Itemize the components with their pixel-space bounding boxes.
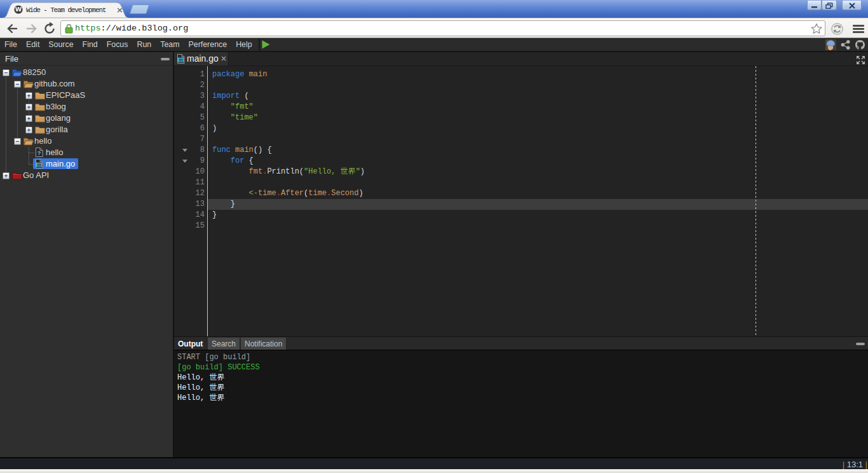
window-restore-button[interactable]: [822, 1, 837, 10]
tree-node-golang[interactable]: golang: [0, 113, 173, 124]
window-bottom-edge: [0, 469, 868, 473]
tree-node-label: github.com: [34, 78, 75, 90]
tree-expand-icon[interactable]: [25, 104, 32, 111]
back-button[interactable]: [6, 22, 20, 36]
editor-column: GO main.go ×: [174, 52, 868, 457]
folder-closed-icon: [35, 102, 45, 111]
bookmark-star-icon[interactable]: [811, 23, 822, 34]
tree-expand-icon[interactable]: [25, 127, 32, 134]
fullscreen-icon[interactable]: [857, 55, 865, 64]
code-line-3: import (: [212, 91, 365, 102]
code-editor[interactable]: 123456789101112131415 package mainimport…: [174, 66, 868, 336]
code-token: }: [212, 210, 217, 219]
tree-node-gorilla[interactable]: gorilla: [0, 124, 173, 135]
code-token: import: [212, 92, 240, 100]
tree-node-go-api[interactable]: Go API: [0, 170, 173, 181]
menu-item-edit[interactable]: Edit: [22, 38, 44, 51]
code-token: After: [281, 189, 304, 198]
tree-node-88250[interactable]: 88250: [0, 67, 173, 78]
code-token: {: [244, 156, 253, 165]
menu-item-help[interactable]: Help: [231, 38, 256, 51]
tree-node-main-go[interactable]: GO main.go: [0, 158, 173, 170]
fold-arrow-icon[interactable]: [182, 149, 187, 152]
editor-tab-close-icon[interactable]: ×: [220, 52, 227, 65]
bottom-panel-minimize-icon[interactable]: [856, 343, 865, 345]
forward-button[interactable]: [24, 22, 38, 36]
tree-node-label: 88250: [23, 67, 46, 78]
menu-item-find[interactable]: Find: [78, 38, 102, 51]
run-button[interactable]: [262, 40, 270, 49]
address-bar[interactable]: https://wide.b3log.org: [60, 20, 825, 36]
screen: W Wide - Team development ×: [0, 0, 868, 473]
tree-node-b3log[interactable]: b3log: [0, 101, 173, 113]
back-icon: [8, 25, 17, 33]
reload-icon: [46, 22, 54, 33]
code-token: "fmt": [231, 102, 254, 111]
new-tab-button[interactable]: [130, 4, 150, 14]
editor-tab-main-go[interactable]: GO main.go ×: [174, 52, 229, 65]
tree-collapse-icon[interactable]: [14, 81, 21, 88]
extension-swirl-icon[interactable]: [831, 23, 843, 35]
bottom-tab-output[interactable]: Output: [174, 338, 207, 350]
code-token: .: [276, 189, 281, 198]
folder-open-icon: [24, 137, 34, 146]
code-token: [212, 167, 249, 176]
menu-separator: [259, 38, 260, 51]
line-number: 6: [174, 123, 205, 134]
url-text[interactable]: https://wide.b3log.org: [75, 23, 188, 34]
bottom-tab-search[interactable]: Search: [208, 338, 240, 350]
menu-item-file[interactable]: File: [0, 38, 22, 51]
code-line-15: [212, 221, 365, 231]
tree-node-hello[interactable]: ? hello: [0, 147, 173, 158]
menu-item-perference[interactable]: Perference: [184, 38, 232, 51]
line-number: 11: [174, 177, 205, 188]
tree-collapse-icon[interactable]: [14, 138, 21, 145]
tree-node-epicpaas[interactable]: EPICPaaS: [0, 90, 173, 101]
code-line-6: ): [212, 123, 365, 134]
folder-closed-red-icon: [12, 171, 22, 180]
tree-collapse-icon[interactable]: [3, 69, 10, 76]
menu-item-source[interactable]: Source: [44, 38, 78, 51]
user-avatar[interactable]: [825, 39, 836, 50]
menu-item-run[interactable]: Run: [132, 38, 156, 51]
folder-closed-icon: [35, 125, 45, 134]
bottom-tab-notification[interactable]: Notification: [241, 338, 287, 350]
line-number: 12: [174, 188, 205, 199]
code-line-12: <-time.After(time.Second): [212, 188, 365, 199]
browser-menu-icon[interactable]: [853, 25, 864, 33]
code-line-2: [212, 80, 365, 91]
svg-text:GO: GO: [178, 58, 183, 62]
tree-expand-icon[interactable]: [25, 115, 32, 122]
file-tree: 88250 github.com EPICPaaS b3log golang g…: [0, 66, 173, 456]
https-lock-icon[interactable]: [65, 24, 73, 34]
code-line-13: }: [212, 199, 365, 210]
menu-item-focus[interactable]: Focus: [102, 38, 133, 51]
code-lines: package mainimport ( "fmt" "time")func m…: [212, 69, 365, 231]
tree-node-label: gorilla: [46, 124, 68, 135]
fold-arrow-icon[interactable]: [182, 160, 187, 163]
gutter-separator: [207, 66, 208, 336]
menu-item-team[interactable]: Team: [156, 38, 184, 51]
share-icon[interactable]: [841, 40, 850, 50]
line-number: 14: [174, 210, 205, 221]
file-panel-minimize-icon[interactable]: [161, 58, 170, 60]
github-icon[interactable]: [855, 40, 865, 50]
browser-tab[interactable]: W Wide - Team development ×: [3, 1, 129, 18]
code-token: main: [235, 146, 254, 154]
window-close-button[interactable]: [842, 1, 862, 10]
tree-expand-icon[interactable]: [25, 92, 32, 99]
print-margin-ruler: [756, 66, 756, 336]
code-token: <-: [249, 189, 258, 198]
ide-menubar: FileEditSourceFindFocusRunTeamPerference…: [0, 38, 868, 52]
code-token: ): [358, 189, 363, 198]
tree-node-github-com[interactable]: github.com: [0, 78, 173, 90]
file-panel: File 88250 github.com EPICPaaS b3log gol…: [0, 52, 173, 457]
code-line-14: }: [212, 210, 365, 221]
output-line: Hello, 世界: [177, 373, 868, 383]
window-minimize-button[interactable]: [807, 1, 822, 10]
cursor-position-value: 13:1: [844, 460, 865, 469]
browser-tab-close-icon[interactable]: ×: [116, 6, 123, 13]
reload-button[interactable]: [43, 22, 57, 36]
tree-node-hello[interactable]: hello: [0, 135, 173, 147]
tree-expand-icon[interactable]: [3, 172, 10, 179]
